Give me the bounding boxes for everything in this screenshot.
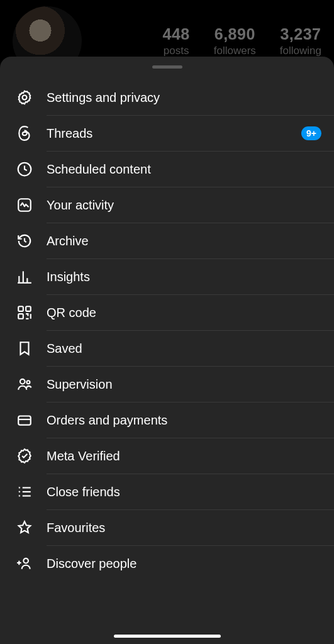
svg-point-9 (23, 558, 28, 564)
menu-item-label: Saved (47, 341, 321, 356)
menu-item-saved[interactable]: Saved (0, 331, 334, 366)
close-friends-icon (15, 482, 34, 501)
clock-icon (15, 160, 34, 179)
menu-item-label: Meta Verified (47, 449, 321, 464)
menu-item-label: Close friends (47, 485, 321, 499)
menu-bottom-sheet[interactable]: Settings and privacy Threads 9+ Schedule… (0, 57, 334, 644)
menu-item-label: Supervision (47, 377, 321, 392)
stat-posts[interactable]: 448 posts (163, 25, 190, 57)
menu-list: Settings and privacy Threads 9+ Schedule… (0, 80, 334, 581)
svg-point-0 (23, 96, 27, 100)
menu-item-discover[interactable]: Discover people (0, 546, 334, 581)
menu-item-settings[interactable]: Settings and privacy (0, 80, 334, 115)
stat-followers-label: followers (214, 45, 256, 57)
activity-icon (15, 196, 34, 214)
menu-item-label: Archive (47, 234, 321, 248)
menu-item-favourites[interactable]: Favourites (0, 510, 334, 545)
menu-item-activity[interactable]: Your activity (0, 187, 334, 223)
menu-item-orders[interactable]: Orders and payments (0, 402, 334, 438)
menu-item-label: Favourites (47, 521, 321, 535)
home-indicator[interactable] (114, 635, 221, 638)
stat-posts-label: posts (163, 45, 190, 57)
gear-icon (15, 88, 34, 107)
menu-item-label: Settings and privacy (47, 91, 321, 105)
stat-following-label: following (280, 45, 321, 57)
profile-menu-screen: 448 posts 6,890 followers 3,237 followin… (0, 0, 334, 644)
menu-item-label: Discover people (47, 557, 321, 571)
stat-followers-count: 6,890 (214, 25, 256, 43)
archive-icon (15, 231, 34, 250)
menu-item-scheduled[interactable]: Scheduled content (0, 152, 334, 187)
stat-following[interactable]: 3,237 following (280, 25, 321, 57)
menu-item-label: Insights (47, 270, 321, 284)
notification-badge: 9+ (301, 126, 321, 140)
star-icon (15, 518, 34, 537)
profile-stats: 448 posts 6,890 followers 3,237 followin… (163, 25, 321, 57)
svg-rect-8 (18, 416, 31, 425)
menu-item-threads[interactable]: Threads 9+ (0, 116, 334, 151)
stat-followers[interactable]: 6,890 followers (214, 25, 256, 57)
menu-item-verified[interactable]: Meta Verified (0, 438, 334, 474)
bookmark-icon (15, 339, 34, 358)
badge-container: 9+ (301, 128, 321, 139)
svg-point-7 (26, 380, 30, 384)
menu-item-label: Scheduled content (47, 162, 321, 177)
menu-item-close-friends[interactable]: Close friends (0, 474, 334, 509)
card-icon (15, 411, 34, 430)
menu-item-archive[interactable]: Archive (0, 223, 334, 258)
verified-icon (15, 447, 34, 465)
svg-point-6 (20, 379, 25, 384)
menu-item-qrcode[interactable]: QR code (0, 295, 334, 330)
menu-item-label: Threads (47, 126, 301, 141)
threads-icon (15, 124, 34, 143)
stat-following-count: 3,237 (280, 25, 321, 43)
sheet-grabber[interactable] (152, 65, 182, 69)
svg-rect-4 (26, 306, 31, 311)
stat-posts-count: 448 (163, 25, 190, 43)
menu-item-supervision[interactable]: Supervision (0, 367, 334, 402)
menu-item-insights[interactable]: Insights (0, 259, 334, 294)
discover-people-icon (15, 554, 34, 573)
insights-icon (15, 267, 34, 286)
svg-rect-5 (18, 314, 23, 319)
svg-rect-3 (18, 306, 23, 311)
menu-item-label: Orders and payments (47, 413, 321, 428)
menu-item-label: Your activity (47, 198, 321, 213)
qrcode-icon (15, 303, 34, 322)
menu-item-label: QR code (47, 306, 321, 320)
supervision-icon (15, 375, 34, 394)
